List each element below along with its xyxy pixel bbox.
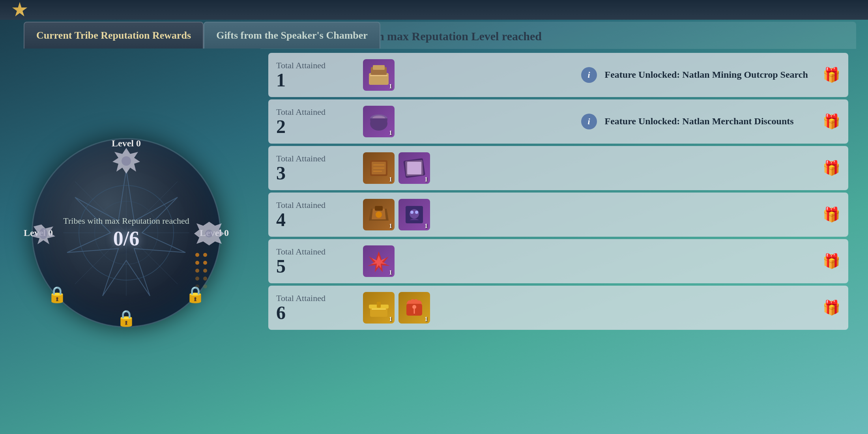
emblem-right [193, 219, 225, 250]
attained-1: Total Attained 1 [276, 60, 355, 90]
svg-point-40 [415, 211, 418, 214]
tab-current-label: Current Tribe Reputation Rewards [36, 30, 191, 41]
attained-4: Total Attained 4 [276, 200, 355, 229]
svg-point-38 [410, 209, 419, 219]
svg-point-11 [203, 253, 207, 257]
gift-icon-4: 🎁 [823, 206, 840, 223]
svg-rect-43 [377, 302, 381, 308]
svg-point-13 [203, 261, 207, 265]
attained-2: Total Attained 2 [276, 107, 355, 136]
reward-row-4: Total Attained 4 1 1 🎁 [268, 193, 848, 237]
reward-row-5: Total Attained 5 1 🎁 [268, 239, 848, 283]
item-1-1: 1 [363, 59, 395, 91]
svg-rect-44 [372, 309, 386, 310]
globe-container: Level 0 Level 0 Level 0 Tribes with max … [16, 114, 237, 351]
svg-point-14 [195, 269, 199, 273]
tab-gifts-speaker[interactable]: Gifts from the Speaker's Chamber [204, 22, 380, 49]
svg-point-46 [412, 305, 416, 309]
gift-icon-5: 🎁 [823, 253, 840, 269]
item-6-2: 1 [398, 292, 430, 324]
gift-icon-2: 🎁 [823, 113, 840, 130]
top-bar [0, 0, 868, 20]
item-4-2: 1 [398, 199, 430, 230]
tabs-container: Current Tribe Reputation Rewards Gifts f… [24, 22, 380, 49]
right-panel: Number of tribes with max Reputation Lev… [260, 22, 856, 422]
reward-row-6: Total Attained 6 1 1 🎁 [268, 286, 848, 330]
svg-rect-34 [407, 162, 421, 174]
tab-current-reputation[interactable]: Current Tribe Reputation Rewards [24, 22, 204, 49]
lock-bottom-right-icon: 🔒 [185, 285, 205, 304]
svg-point-12 [195, 261, 199, 265]
attained-6: Total Attained 6 [276, 293, 355, 322]
svg-point-15 [203, 269, 207, 273]
emblem-left [28, 219, 59, 250]
items-2: 1 [363, 106, 573, 137]
left-panel: Level 0 Level 0 Level 0 Tribes with max … [0, 55, 253, 410]
info-badge-1: i [581, 67, 597, 83]
lock-bottom-center-icon: 🔒 [116, 309, 136, 327]
svg-point-16 [195, 277, 199, 281]
items-6: 1 1 [363, 292, 815, 324]
svg-point-7 [122, 156, 131, 166]
reward-desc-2: Feature Unlocked: Natlan Merchant Discou… [605, 115, 815, 127]
item-4-1: 1 [363, 199, 395, 230]
item-5-1: 1 [363, 245, 395, 277]
svg-rect-23 [370, 75, 387, 76]
svg-point-9 [205, 230, 213, 238]
emblem-top [110, 146, 142, 178]
svg-point-39 [410, 211, 413, 214]
reward-row-1: Total Attained 1 1 i Feature Unlocked: N… [268, 53, 848, 97]
items-4: 1 1 [363, 199, 815, 230]
rewards-list: Total Attained 1 1 i Feature Unlocked: N… [260, 49, 856, 334]
svg-rect-22 [373, 65, 385, 70]
gift-icon-3: 🎁 [823, 160, 840, 176]
item-3-2: 1 [398, 152, 430, 184]
gift-icon-1: 🎁 [823, 67, 840, 83]
lock-bottom-left-icon: 🔒 [47, 285, 67, 304]
game-logo-icon [12, 2, 28, 18]
svg-point-8 [39, 228, 47, 239]
globe-center: Tribes with max Reputation reached 0/6 [63, 215, 189, 250]
info-badge-2: i [581, 114, 597, 129]
items-3: 1 1 [363, 152, 815, 184]
items-1: 1 [363, 59, 573, 91]
svg-point-17 [203, 277, 207, 281]
items-5: 1 [363, 245, 815, 277]
svg-point-36 [376, 211, 382, 218]
svg-rect-35 [375, 206, 383, 211]
reward-row-2: Total Attained 2 1 i Feature Unlocked: N… [268, 99, 848, 144]
svg-point-10 [195, 253, 199, 257]
item-3-1: 1 [363, 152, 395, 184]
reward-desc-1: Feature Unlocked: Natlan Mining Outcrop … [605, 69, 815, 81]
gift-icon-6: 🎁 [823, 299, 840, 316]
tab-gifts-label: Gifts from the Speaker's Chamber [216, 30, 368, 41]
item-2-1: 1 [363, 106, 395, 137]
item-6-1: 1 [363, 292, 395, 324]
attained-5: Total Attained 5 [276, 247, 355, 276]
reward-row-3: Total Attained 3 1 1 🎁 [268, 146, 848, 190]
attained-3: Total Attained 3 [276, 153, 355, 183]
